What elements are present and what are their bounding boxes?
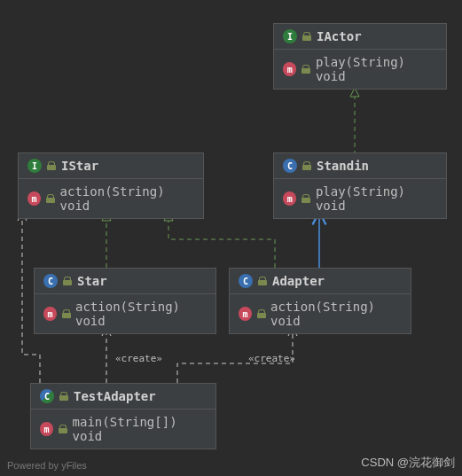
runnable-class-icon: C [40,389,54,403]
class-name: TestAdapter [74,389,156,403]
class-icon: C [43,274,58,288]
lock-icon [301,194,310,203]
class-iactor: I IActor m play(String) void [273,23,447,90]
method-icon: m [239,307,252,321]
lock-icon [257,309,265,318]
method-icon: m [40,422,53,436]
uml-diagram: { "classes": { "IActor": { "name": "IAct… [0,0,462,476]
lock-icon [46,194,54,203]
class-title: C Adapter [230,269,411,294]
interface-icon: I [283,29,297,43]
member-signature: action(String) void [75,300,207,328]
member-row: m action(String) void [35,294,215,333]
method-icon: m [43,307,57,321]
class-icon: C [283,159,297,173]
interface-icon: I [27,159,42,173]
lock-icon [59,392,68,401]
class-star: C Star m action(String) void [34,268,216,334]
create-stereotype-2: «create» [248,353,295,364]
watermark-yfiles: Powered by yFiles [7,460,87,471]
method-icon: m [283,62,296,76]
class-istar: I IStar m action(String) void [18,152,204,219]
member-signature: play(String) void [316,184,437,213]
member-row: m action(String) void [19,179,203,218]
class-title: I IActor [274,24,446,50]
class-name: IStar [61,159,98,173]
member-signature: play(String) void [316,55,437,83]
method-icon: m [27,191,41,206]
class-title: C Star [35,269,215,294]
lock-icon [59,425,67,433]
class-standin: C Standin m play(String) void [273,152,447,219]
member-signature: action(String) void [270,300,402,328]
lock-icon [302,32,311,41]
lock-icon [63,277,72,285]
class-title: C Standin [274,153,446,179]
class-name: Standin [317,159,369,173]
class-adapter: C Adapter m action(String) void [229,268,411,334]
lock-icon [62,309,70,318]
member-row: m main(String[]) void [31,410,215,449]
lock-icon [47,161,56,170]
class-title: I IStar [19,153,203,179]
edge-adapter-istar [168,213,275,268]
member-signature: action(String) void [60,184,194,213]
lock-icon [302,161,311,170]
member-row: m action(String) void [230,294,411,333]
class-name: Star [77,274,107,288]
class-name: IActor [317,29,362,43]
class-name: Adapter [272,274,325,288]
class-icon: C [239,274,253,288]
lock-icon [258,277,267,285]
member-row: m play(String) void [274,179,446,218]
create-stereotype-1: «create» [115,353,162,364]
watermark-csdn: CSDN @浣花御剑 [361,455,455,471]
lock-icon [301,65,310,74]
method-icon: m [283,191,296,206]
member-row: m play(String) void [274,50,446,89]
member-signature: main(String[]) void [73,415,207,443]
class-title: C TestAdapter [31,384,215,410]
class-testadapter: C TestAdapter m main(String[]) void [30,383,216,449]
